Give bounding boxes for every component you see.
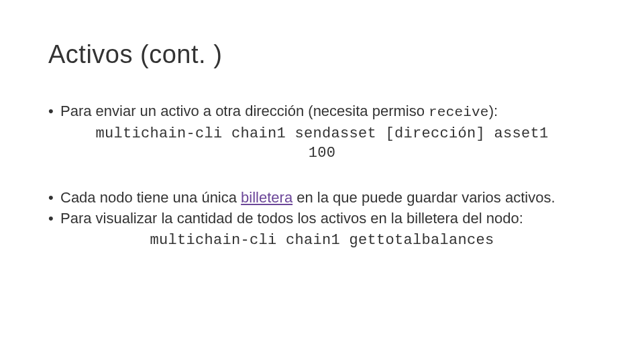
bullet-group-1: Para enviar un activo a otra dirección (… <box>48 101 596 164</box>
bullet3-text: Para visualizar la cantidad de todos los… <box>60 210 523 227</box>
slide-title: Activos (cont. ) <box>48 40 596 69</box>
code1-line1: multichain-cli chain1 sendasset [direcci… <box>48 125 596 144</box>
bullet-item-visualize: Para visualizar la cantidad de todos los… <box>48 208 596 229</box>
bullet-group-2: Cada nodo tiene una única billetera en l… <box>48 188 596 251</box>
wallet-link[interactable]: billetera <box>241 189 292 206</box>
bullet1-suffix: ): <box>489 103 498 119</box>
bullet1-code: receive <box>429 105 489 120</box>
bullet2-prefix: Cada nodo tiene una única <box>60 189 241 206</box>
bullet-item-send-asset: Para enviar un activo a otra dirección (… <box>48 101 596 122</box>
bullet2-suffix: en la que puede guardar varios activos. <box>292 189 555 206</box>
code1-line2: 100 <box>48 144 596 164</box>
bullet-item-wallet: Cada nodo tiene una única billetera en l… <box>48 188 596 208</box>
code-block-sendasset: multichain-cli chain1 sendasset [direcci… <box>48 125 596 163</box>
code2-line1: multichain-cli chain1 gettotalbalances <box>48 231 596 251</box>
bullet1-prefix: Para enviar un activo a otra dirección (… <box>60 103 429 119</box>
code-block-gettotalbalances: multichain-cli chain1 gettotalbalances <box>48 231 596 251</box>
